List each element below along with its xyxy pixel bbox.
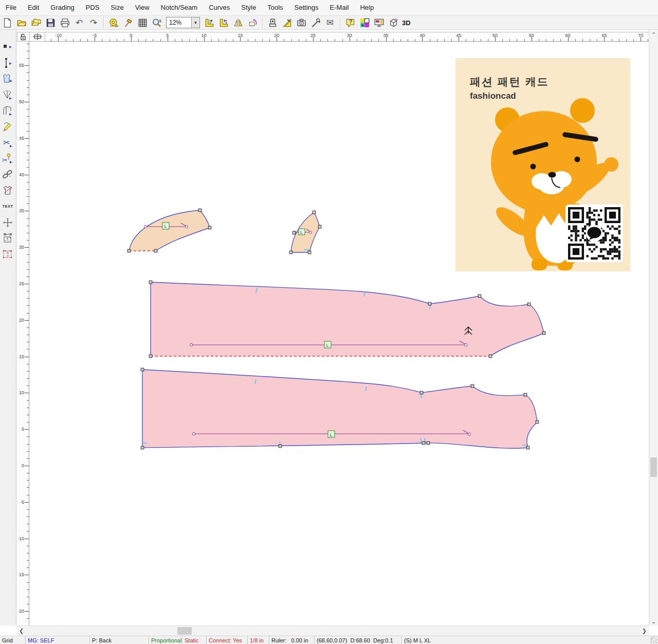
tool-garment[interactable] bbox=[0, 182, 15, 198]
horizontal-scrollbar-thumb[interactable] bbox=[177, 627, 192, 635]
tool-measure[interactable] bbox=[0, 230, 15, 246]
selection-handle[interactable] bbox=[428, 302, 431, 305]
selection-handle[interactable] bbox=[149, 355, 152, 358]
ruler-tick bbox=[27, 116, 29, 117]
selection-handle[interactable] bbox=[293, 231, 296, 234]
vertical-scrollbar[interactable]: ⌃ ⌄ bbox=[649, 30, 658, 625]
selection-handle[interactable] bbox=[127, 249, 131, 252]
pattern-piece-sleeve-lower[interactable]: L bbox=[142, 370, 537, 448]
selection-handle[interactable] bbox=[154, 249, 157, 252]
selection-handle[interactable] bbox=[308, 251, 311, 254]
resize-grip[interactable] bbox=[651, 637, 657, 643]
horizontal-scrollbar[interactable]: ❮ ❯ bbox=[17, 625, 649, 636]
move-x-ruler-button[interactable]: x bbox=[202, 16, 216, 29]
redo-button[interactable]: ↷ bbox=[86, 16, 101, 29]
measure-tape-button[interactable] bbox=[106, 16, 121, 29]
selection-handle[interactable] bbox=[536, 420, 539, 424]
menu-item-file[interactable]: File bbox=[0, 0, 22, 15]
pattern-windows-button[interactable] bbox=[357, 16, 372, 29]
tool-line[interactable] bbox=[0, 55, 15, 71]
scroll-down-arrow[interactable]: ⌄ bbox=[651, 619, 656, 624]
open-file-button[interactable] bbox=[14, 16, 29, 29]
selection-handle[interactable] bbox=[313, 211, 316, 214]
selection-handle[interactable] bbox=[318, 225, 321, 228]
selection-handle[interactable] bbox=[141, 446, 144, 449]
vertical-scrollbar-thumb[interactable] bbox=[650, 457, 657, 477]
selection-handle[interactable] bbox=[198, 209, 202, 212]
tool-connect[interactable] bbox=[0, 167, 15, 182]
zoom-button[interactable]: ± bbox=[150, 16, 164, 29]
ruler-tick bbox=[211, 39, 212, 41]
combobox-dropdown-button[interactable]: ▼ bbox=[191, 17, 199, 28]
tool-corner[interactable] bbox=[0, 103, 15, 119]
selection-handle[interactable] bbox=[471, 384, 474, 388]
3d-view-button[interactable]: 3D bbox=[402, 19, 411, 27]
selection-handle[interactable] bbox=[141, 368, 144, 371]
print-button[interactable] bbox=[58, 16, 72, 29]
menu-item-edit[interactable]: Edit bbox=[22, 0, 45, 15]
monitor-pattern-button[interactable] bbox=[372, 16, 386, 29]
tool-scissors[interactable]: ✂ bbox=[0, 135, 15, 151]
selection-handle[interactable] bbox=[427, 441, 430, 445]
menu-item-tools[interactable]: Tools bbox=[262, 0, 288, 15]
scroll-left-arrow[interactable]: ❮ bbox=[19, 628, 24, 634]
stamp-button[interactable] bbox=[265, 16, 280, 29]
tool-select[interactable] bbox=[0, 39, 15, 55]
pattern-piece-sleeve-upper[interactable]: L bbox=[151, 282, 544, 356]
ruler-tick bbox=[27, 590, 29, 590]
tool-move[interactable] bbox=[0, 214, 15, 230]
selection-handle[interactable] bbox=[478, 295, 481, 298]
drawing-canvas[interactable]: L L L bbox=[30, 42, 649, 625]
mirror-button[interactable] bbox=[231, 16, 245, 29]
selection-handle[interactable] bbox=[526, 446, 529, 449]
menu-item-e-mail[interactable]: E-Mail bbox=[324, 0, 355, 15]
new-document-button[interactable] bbox=[0, 16, 14, 29]
scroll-right-arrow[interactable]: ❯ bbox=[642, 628, 647, 634]
menu-item-notch-seam[interactable]: Notch/Seam bbox=[155, 0, 204, 15]
ruler-lock-toggle[interactable] bbox=[17, 32, 30, 42]
menu-item-grading[interactable]: Grading bbox=[45, 0, 80, 15]
vertical-ruler[interactable]: 5550454035302520151050-5-10-15-20 bbox=[19, 42, 29, 625]
menu-item-curves[interactable]: Curves bbox=[203, 0, 235, 15]
camera-button[interactable] bbox=[294, 16, 308, 29]
tool-cut-piece[interactable]: ✂ bbox=[0, 151, 15, 167]
save-button[interactable] bbox=[43, 16, 58, 29]
tool-pattern-piece[interactable] bbox=[0, 71, 15, 87]
selection-handle[interactable] bbox=[279, 445, 282, 448]
move-y-ruler-button[interactable]: y bbox=[216, 16, 231, 29]
menu-item-settings[interactable]: Settings bbox=[289, 0, 324, 15]
menu-item-style[interactable]: Style bbox=[235, 0, 262, 15]
horizontal-ruler[interactable]: -10-50510152025303540455055606570 bbox=[45, 32, 649, 42]
tool-pencil[interactable] bbox=[0, 119, 15, 135]
selection-handle[interactable] bbox=[542, 332, 545, 335]
tools-hammer-button[interactable] bbox=[121, 16, 135, 29]
made-to-measure-button[interactable] bbox=[386, 16, 400, 29]
tool-dimension-xy[interactable]: XY bbox=[0, 246, 15, 262]
tool-dart[interactable] bbox=[0, 87, 15, 103]
set-square-button[interactable] bbox=[280, 16, 294, 29]
selection-handle[interactable] bbox=[149, 281, 152, 284]
menu-item-pds[interactable]: PDS bbox=[80, 0, 105, 15]
selection-handle[interactable] bbox=[524, 393, 527, 396]
pattern-piece-collar-left[interactable]: L bbox=[129, 210, 210, 251]
selection-handle[interactable] bbox=[420, 391, 423, 394]
tool-text[interactable]: TEXT bbox=[0, 198, 15, 214]
selection-handle[interactable] bbox=[422, 441, 425, 445]
selection-handle[interactable] bbox=[208, 226, 211, 229]
rotate-piece-button[interactable] bbox=[245, 16, 260, 29]
email-button[interactable]: ✉ bbox=[323, 16, 337, 29]
scroll-up-arrow[interactable]: ⌃ bbox=[651, 32, 656, 38]
menu-item-help[interactable]: Help bbox=[354, 0, 379, 15]
selection-handle[interactable] bbox=[527, 303, 531, 306]
help-button[interactable]: ? bbox=[343, 16, 357, 29]
plotter-pen-button[interactable] bbox=[308, 16, 323, 29]
open-pattern-button[interactable] bbox=[29, 16, 43, 29]
menu-item-size[interactable]: Size bbox=[105, 0, 129, 15]
zoom-level-combobox[interactable]: 12% ▼ bbox=[166, 17, 200, 28]
selection-handle[interactable] bbox=[289, 251, 293, 254]
ruler-origin-button[interactable] bbox=[30, 32, 45, 42]
undo-button[interactable]: ↶ bbox=[72, 16, 86, 29]
grid-table-button[interactable] bbox=[135, 16, 150, 29]
selection-handle[interactable] bbox=[489, 355, 492, 358]
menu-item-view[interactable]: View bbox=[130, 0, 155, 15]
